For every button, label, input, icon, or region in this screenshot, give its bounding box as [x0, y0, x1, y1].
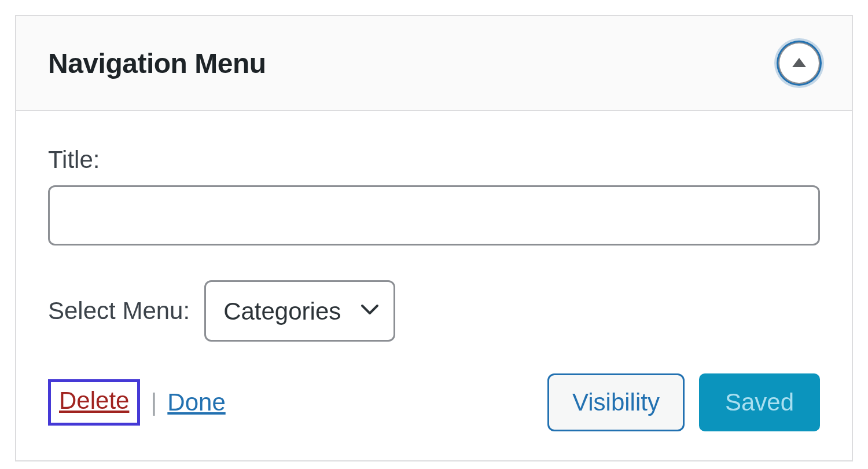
right-actions: Visibility Saved [547, 373, 820, 431]
delete-link[interactable]: Delete [48, 379, 140, 426]
widget-title: Navigation Menu [48, 47, 266, 79]
collapse-toggle-button[interactable] [778, 42, 820, 84]
saved-button[interactable]: Saved [699, 373, 820, 431]
menu-select[interactable]: Categories [204, 280, 395, 342]
select-menu-label: Select Menu: [48, 297, 190, 325]
done-link[interactable]: Done [167, 389, 225, 416]
title-input[interactable] [48, 185, 820, 246]
action-separator: | [150, 389, 157, 416]
widget-body: Title: Select Menu: Categories Delete | … [16, 111, 852, 460]
actions-row: Delete | Done Visibility Saved [48, 373, 820, 431]
visibility-button[interactable]: Visibility [547, 373, 685, 431]
triangle-up-icon [792, 58, 806, 67]
widget-header: Navigation Menu [16, 16, 852, 111]
title-field-label: Title: [48, 146, 820, 174]
navigation-menu-widget: Navigation Menu Title: Select Menu: Cate… [15, 15, 853, 461]
left-actions: Delete | Done [48, 379, 226, 426]
select-wrapper: Categories [204, 280, 395, 342]
select-menu-row: Select Menu: Categories [48, 280, 820, 342]
